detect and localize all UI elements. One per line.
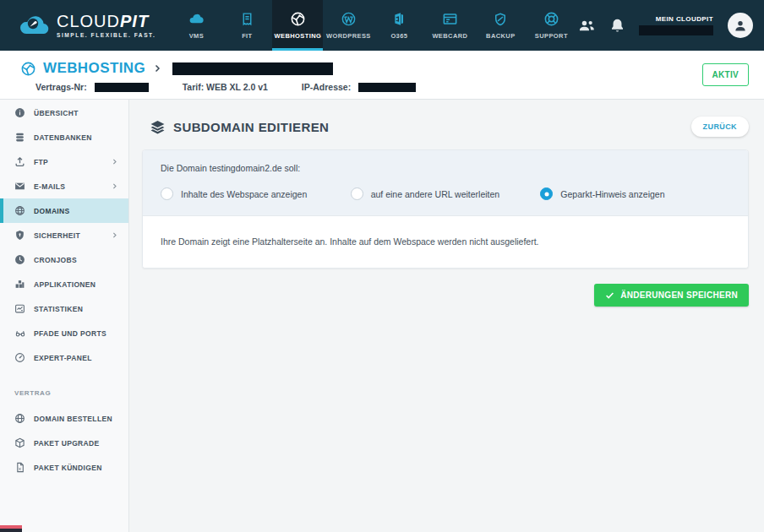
- nav-item-backup[interactable]: BACKUP: [475, 0, 526, 51]
- account-menu[interactable]: MEIN CLOUDPIT: [639, 15, 713, 35]
- chart-icon: [14, 303, 26, 314]
- ip-address-label: IP-Adresse:: [302, 82, 351, 92]
- form-question: Die Domain testingdomain2.de soll:: [161, 163, 730, 173]
- chevron-right-icon: [111, 231, 118, 239]
- redacted-domain-name: [172, 62, 333, 75]
- nav-label: VMS: [189, 32, 204, 40]
- clock-icon: [14, 254, 26, 265]
- sidebar-item-datenbanken[interactable]: DATENBANKEN: [0, 125, 128, 149]
- sidebar-item-domains[interactable]: DOMAINS: [0, 198, 128, 223]
- cloudpit-cloud-icon: [19, 13, 49, 38]
- lifebuoy-icon: [543, 11, 559, 27]
- brand-name-bold: PIT: [120, 12, 149, 30]
- contract-details: Vertrags-Nr: Tarif: WEB XL 2.0 v1 IP-Adr…: [20, 82, 764, 92]
- nav-item-o365[interactable]: O365: [374, 0, 424, 51]
- sidebar-item-pfade-und-ports[interactable]: PFADE UND PORTS: [0, 321, 128, 345]
- form-info-section: Ihre Domain zeigt eine Platzhalterseite …: [143, 216, 748, 268]
- shield-icon: [493, 11, 508, 27]
- breadcrumb-section[interactable]: WEBHOSTING: [43, 60, 145, 77]
- brand-text: CLOUDPIT SIMPLE. FLEXIBLE. FAST.: [57, 13, 156, 38]
- save-button[interactable]: ÄNDERUNGEN SPEICHERN: [594, 284, 749, 307]
- nav-label: SUPPORT: [535, 32, 568, 40]
- sidebar-item-ftp[interactable]: FTP: [0, 149, 128, 174]
- globe-icon: [14, 413, 26, 424]
- nav-label: WEBHOSTING: [275, 32, 322, 40]
- redacted-account-name: [639, 25, 713, 35]
- cloud-icon: [188, 11, 205, 27]
- nav-label: WEBCARD: [432, 32, 467, 40]
- form-actions: ÄNDERUNGEN SPEICHERN: [142, 284, 749, 307]
- form-options-section: Die Domain testingdomain2.de soll: Inhal…: [143, 150, 748, 216]
- sidebar-item-emails[interactable]: E-MAILS: [0, 174, 128, 198]
- info-icon: [14, 107, 26, 118]
- upload-icon: [14, 156, 26, 167]
- radio-group: Inhalte des Webspace anzeigen auf eine a…: [161, 187, 730, 200]
- globe-icon: [14, 205, 26, 216]
- redacted-contract-number: [95, 83, 149, 92]
- avatar[interactable]: [728, 13, 753, 38]
- shield-icon: [14, 230, 26, 241]
- nav-item-wordpress[interactable]: WORDPRESS: [323, 0, 374, 51]
- chevron-right-icon: [111, 158, 118, 166]
- nav-item-fit[interactable]: FIT: [221, 0, 272, 51]
- package-icon: [14, 437, 26, 448]
- title-row: SUBDOMAIN EDITIEREN ZURÜCK: [142, 117, 749, 137]
- nav-item-support[interactable]: SUPPORT: [526, 0, 576, 51]
- person-icon: [733, 18, 748, 33]
- envelope-icon: [14, 181, 26, 192]
- option-redirect-url[interactable]: auf eine andere URL weiterleiten: [351, 187, 541, 200]
- chevron-right-icon: [152, 63, 162, 73]
- nav-item-webcard[interactable]: WEBCARD: [424, 0, 475, 51]
- radio-button[interactable]: [351, 187, 363, 200]
- sidebar-section-vertrag: VERTRAG: [0, 370, 128, 406]
- account-label: MEIN CLOUDPIT: [656, 15, 713, 23]
- glasses-icon: [14, 328, 26, 339]
- bell-icon[interactable]: [610, 18, 625, 34]
- nav-label: BACKUP: [486, 32, 515, 40]
- status-badge[interactable]: AKTIV: [702, 63, 750, 86]
- sidebar-item-applikationen[interactable]: APPLIKATIONEN: [0, 272, 128, 296]
- globe-network-icon: [290, 11, 306, 27]
- primary-nav: VMS FIT WEBHOSTING WORDPRESS O365 WEBCAR…: [171, 0, 576, 51]
- check-icon: [605, 290, 614, 300]
- content-area: ÜBERSICHT DATENBANKEN FTP E-MAILS DOMAIN…: [0, 100, 764, 532]
- users-group-icon[interactable]: [577, 18, 596, 33]
- bottom-left-widget: [0, 525, 22, 532]
- office-icon: [392, 11, 406, 27]
- radio-button[interactable]: [540, 187, 553, 200]
- brand-name: CLOUD: [57, 12, 120, 30]
- redacted-ip-address: [358, 83, 416, 92]
- context-header: WEBHOSTING Vertrags-Nr: Tarif: WEB XL 2.…: [0, 51, 764, 100]
- app-root: CLOUDPIT SIMPLE. FLEXIBLE. FAST. VMS FIT…: [0, 0, 764, 532]
- receipt-icon: [240, 11, 254, 27]
- sidebar-item-expert-panel[interactable]: EXPERT-PANEL: [0, 345, 128, 370]
- nav-item-webhosting[interactable]: WEBHOSTING: [272, 0, 323, 51]
- sidebar-item-paket-kuendigen[interactable]: PAKET KÜNDIGEN: [0, 455, 128, 480]
- page-title-text: SUBDOMAIN EDITIEREN: [173, 120, 329, 134]
- option-show-webspace[interactable]: Inhalte des Webspace anzeigen: [161, 187, 351, 200]
- sidebar-item-uebersicht[interactable]: ÜBERSICHT: [0, 100, 128, 125]
- option-parked-notice[interactable]: Geparkt-Hinweis anzeigen: [540, 187, 730, 200]
- sidebar-item-domain-bestellen[interactable]: DOMAIN BESTELLEN: [0, 406, 128, 431]
- nav-item-vms[interactable]: VMS: [171, 0, 221, 51]
- radio-button[interactable]: [161, 187, 173, 200]
- nav-label: O365: [390, 32, 407, 40]
- gauge-icon: [14, 352, 26, 363]
- sidebar-item-paket-upgrade[interactable]: PAKET UPGRADE: [0, 431, 128, 455]
- database-icon: [14, 132, 26, 143]
- nav-right-cluster: MEIN CLOUDPIT: [577, 0, 764, 51]
- apps-icon: [14, 279, 26, 290]
- brand-tagline: SIMPLE. FLEXIBLE. FAST.: [57, 32, 156, 38]
- sidebar-item-statistiken[interactable]: STATISTIKEN: [0, 296, 128, 321]
- sidebar-item-cronjobs[interactable]: CRONJOBS: [0, 247, 128, 272]
- top-navbar: CLOUDPIT SIMPLE. FLEXIBLE. FAST. VMS FIT…: [0, 0, 764, 51]
- globe-icon: [20, 61, 36, 77]
- chevron-right-icon: [111, 182, 118, 190]
- brand-logo[interactable]: CLOUDPIT SIMPLE. FLEXIBLE. FAST.: [0, 0, 171, 51]
- info-text: Ihre Domain zeigt eine Platzhalterseite …: [161, 236, 730, 247]
- sidebar: ÜBERSICHT DATENBANKEN FTP E-MAILS DOMAIN…: [0, 100, 129, 532]
- back-button[interactable]: ZURÜCK: [691, 117, 749, 137]
- tariff-label: Tarif: WEB XL 2.0 v1: [183, 82, 268, 92]
- layers-icon: [150, 119, 166, 135]
- sidebar-item-sicherheit[interactable]: SICHERHEIT: [0, 223, 128, 247]
